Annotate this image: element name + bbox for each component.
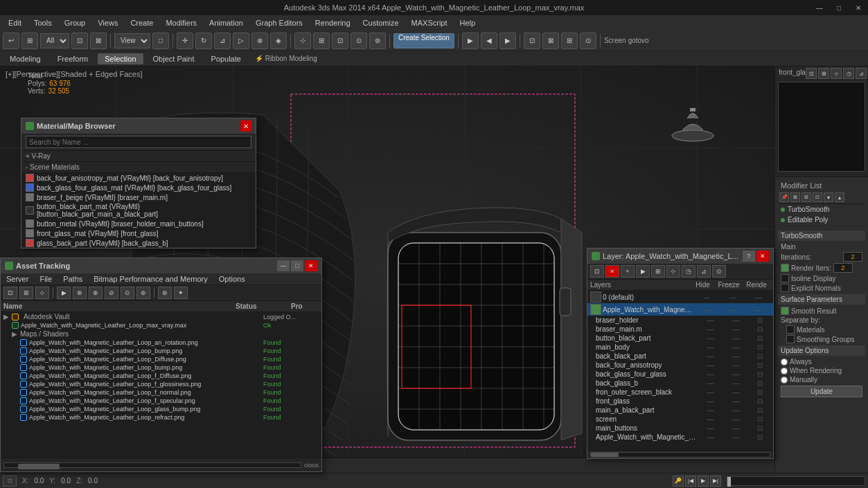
layer-titlebar[interactable]: Layer: Apple_Watch_with_Magnetic_L... ? … (587, 248, 773, 264)
menu-help[interactable]: Help (454, 17, 481, 28)
menu-views[interactable]: Views (92, 17, 123, 28)
mod-btn5[interactable]: ▼ (824, 192, 833, 202)
close-button[interactable]: ✕ (849, 0, 868, 15)
mat-browser-titlebar[interactable]: Material/Map Browser ✕ (21, 118, 256, 134)
layer-tb-4[interactable]: ⊹ (666, 265, 680, 278)
tab-modeling[interactable]: Modeling (3, 53, 48, 64)
asset-map-6[interactable]: Apple_Watch_with_Magnetic_Leather_Loop_f… (1, 388, 321, 397)
tool5[interactable]: ⊡ (332, 33, 348, 49)
asset-map-9[interactable]: Apple_Watch_with_Magnetic_Leather_Loop_r… (1, 413, 321, 422)
asset-tb-2[interactable]: ⊞ (19, 287, 33, 299)
smoothing-groups-checkbox[interactable] (786, 335, 795, 343)
mat-item-1[interactable]: back_glass_four_glass_mat {VRayMtl} [bac… (21, 183, 256, 192)
layer-vis-1[interactable] (590, 304, 601, 315)
asset-tb-8[interactable]: ⊙ (121, 287, 134, 299)
tab-object-paint[interactable]: Object Paint (146, 53, 202, 64)
asset-menu-server[interactable]: Server (1, 273, 34, 284)
asset-tb-9[interactable]: ⊚ (136, 287, 150, 299)
materials-checkbox[interactable] (786, 325, 795, 334)
asset-map-8[interactable]: Apple_Watch_with_Magnetic_Leather_Loop_g… (1, 405, 321, 413)
select-all-btn[interactable]: ⊞ (21, 33, 38, 49)
play-btn[interactable]: ▶ (462, 33, 479, 49)
layer-item-6[interactable]: back_black_part — — ⊡ (587, 352, 773, 361)
layer-item-14[interactable]: main_buttons — — ⊡ (587, 424, 773, 433)
layer-tb-7[interactable]: ⊙ (712, 265, 726, 278)
layer-item-7[interactable]: back_four_anisotropy — — ⊡ (587, 361, 773, 370)
anim-prev-btn[interactable]: |◀ (685, 476, 696, 487)
layer-tb-5[interactable]: ◷ (682, 265, 696, 278)
mat-item-4[interactable]: button_metal {VRayMtl} [braser_holder_ma… (21, 219, 256, 228)
render3-btn[interactable]: ⊞ (561, 33, 578, 49)
mod-btn2[interactable]: ⊠ (790, 192, 800, 202)
asset-map-1[interactable]: Apple_Watch_with_Magnetic_Leather_Loop_b… (1, 347, 321, 355)
layer-item-12[interactable]: main_a_black_part — — ⊡ (587, 406, 773, 415)
layer-item-1[interactable]: Apple_Watch_with_Magnetic_Leather_Loop —… (587, 303, 773, 316)
mat-item-0[interactable]: back_four_anisotropy_mat {VRayMtl} [back… (21, 173, 256, 183)
layer-tb-3[interactable]: ⊞ (651, 265, 665, 278)
view-btn[interactable]: □ (152, 33, 169, 49)
asset-scroll-thumb[interactable] (18, 464, 60, 469)
panel-icon-3[interactable]: ⊹ (831, 68, 842, 79)
asset-map-7[interactable]: Apple_Watch_with_Magnetic_Leather_Loop_f… (1, 397, 321, 405)
scale-btn[interactable]: ⊿ (214, 33, 231, 49)
mod-btn4[interactable]: ⊡ (813, 192, 822, 202)
menu-rendering[interactable]: Rendering (310, 17, 356, 28)
anim-key-btn[interactable]: 🔑 (673, 476, 684, 487)
maximize-button[interactable]: □ (829, 0, 849, 15)
modifier-turbosmooth[interactable]: TurboSmooth (778, 204, 865, 215)
render-btn[interactable]: ⊡ (524, 33, 540, 49)
asset-map-4[interactable]: Apple_Watch_with_Magnetic_Leather_Loop_f… (1, 372, 321, 380)
asset-map-2[interactable]: Apple_Watch_with_Magnetic_Leather_Loop_D… (1, 355, 321, 363)
move-btn[interactable]: ✛ (177, 33, 193, 49)
when-rendering-radio[interactable] (781, 368, 788, 374)
mat-search-input[interactable] (26, 136, 251, 148)
layer-close-btn[interactable]: ✕ (756, 251, 769, 262)
asset-titlebar[interactable]: Asset Tracking — □ ✕ (1, 258, 321, 273)
menu-edit[interactable]: Edit (3, 17, 27, 28)
anim-play-btn[interactable]: ▶ (698, 476, 709, 487)
layer-item-2[interactable]: braser_holder — — ⊡ (587, 316, 773, 325)
menu-graph-editors[interactable]: Graph Editors (250, 17, 308, 28)
asset-map-5[interactable]: Apple_Watch_with_Magnetic_Leather_Loop_f… (1, 380, 321, 388)
asset-tb-7[interactable]: ⊘ (105, 287, 118, 299)
minimize-button[interactable]: — (810, 0, 829, 15)
ts-render-iter-input[interactable] (833, 263, 853, 273)
asset-close-btn[interactable]: ✕ (305, 260, 317, 271)
layer-vis-0[interactable] (590, 291, 601, 302)
asset-tb-11[interactable]: ✦ (174, 287, 188, 299)
panel-icon-2[interactable]: ⊞ (818, 68, 829, 79)
ts-render-checkbox[interactable] (781, 264, 789, 272)
scale2-btn[interactable]: ▷ (233, 33, 249, 49)
anim-next-btn[interactable]: ▶| (710, 476, 721, 487)
render2-btn[interactable]: ⊠ (542, 33, 559, 49)
prev-btn[interactable]: ◀ (481, 33, 497, 49)
layer-scrollbar[interactable] (590, 452, 770, 458)
layer-tb-2[interactable]: ▶ (636, 265, 650, 278)
asset-map-0[interactable]: Apple_Watch_with_Magnetic_Leather_Loop_a… (1, 338, 321, 347)
asset-vault-group[interactable]: ▶ Autodesk Vault Logged O... (1, 312, 321, 321)
asset-menu-paths[interactable]: Paths (57, 273, 88, 284)
asset-map-3[interactable]: Apple_Watch_with_Magnetic_Leather_Loop_b… (1, 363, 321, 372)
menu-animation[interactable]: Animation (204, 17, 249, 28)
menu-group[interactable]: Group (59, 17, 91, 28)
mat-item-6[interactable]: glass_back_part {VRayMtl} [back_glass_b] (21, 238, 256, 248)
panel-icon-5[interactable]: ⊿ (856, 68, 867, 79)
update-button[interactable]: Update (781, 386, 862, 397)
asset-maximize-btn[interactable]: □ (291, 260, 303, 271)
snap2-btn[interactable]: ⊞ (313, 33, 330, 49)
asset-tb-5[interactable]: ⊗ (73, 287, 87, 299)
layer-item-4[interactable]: button_black_part — — ⊡ (587, 334, 773, 343)
mat-item-5[interactable]: front_glass_mat {VRayMtl} [front_glass] (21, 228, 256, 238)
tab-populate[interactable]: Populate (204, 53, 247, 64)
asset-tb-3[interactable]: ⊹ (35, 287, 49, 299)
layer-scroll-thumb[interactable] (591, 453, 619, 457)
layer-help-btn[interactable]: ? (743, 251, 755, 262)
mod-pin-btn[interactable]: 📌 (779, 192, 789, 202)
always-radio[interactable] (781, 359, 788, 365)
layer-item-3[interactable]: braser_main.m — — ⊡ (587, 325, 773, 334)
render4-btn[interactable]: ⊙ (580, 33, 596, 49)
layer-item-10[interactable]: fron_outer_screen_black — — ⊡ (587, 388, 773, 397)
snap-btn[interactable]: ⊹ (294, 33, 311, 49)
ts-normals-checkbox[interactable] (781, 284, 789, 292)
next-btn[interactable]: ▶ (499, 33, 516, 49)
